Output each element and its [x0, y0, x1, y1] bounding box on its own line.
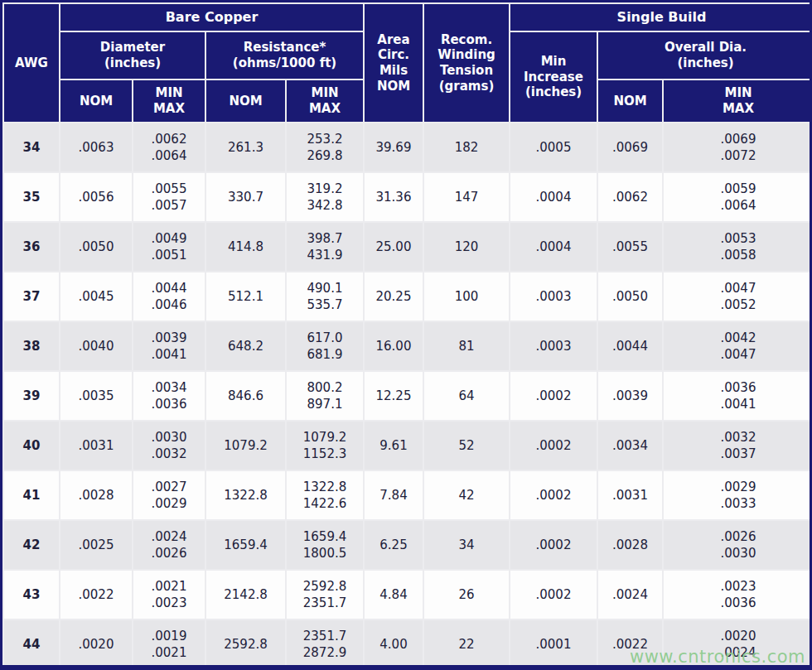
minmax-line: 800.2	[288, 379, 361, 396]
minmax-line: .0047	[665, 280, 811, 296]
minmax-line: 535.7	[288, 296, 361, 313]
dia-minmax-cell: .0030.0032	[133, 422, 205, 470]
awg-cell: 34	[4, 123, 59, 171]
dia-nom-cell: .0031	[60, 422, 132, 470]
area-cell: 9.61	[365, 422, 423, 470]
header-bare-copper: Bare Copper	[60, 4, 363, 31]
minmax-line: .0051	[135, 247, 203, 263]
minmax-line: .0064	[665, 197, 811, 214]
minmax-line: .0037	[665, 446, 811, 462]
tension-cell: 52	[424, 422, 509, 470]
awg-cell: 41	[4, 471, 59, 519]
dia-nom-cell: .0028	[60, 471, 132, 519]
minmax-line: .0030	[135, 429, 203, 446]
od-minmax-cell: .0026.0030	[664, 521, 812, 569]
tension-cell: 182	[424, 123, 509, 171]
min-increase-cell: .0002	[510, 422, 597, 470]
minmax-line: 2872.9	[288, 644, 361, 661]
wire-gauge-table: AWG Bare Copper Area Circ. Mils NOM Reco…	[0, 0, 812, 670]
awg-cell: 42	[4, 521, 59, 569]
od-nom-cell: .0039	[598, 372, 662, 420]
minmax-line: 253.2	[288, 131, 361, 147]
res-minmax-cell: 617.0681.9	[287, 322, 363, 370]
minmax-line: .0062	[135, 131, 203, 147]
dia-minmax-cell: .0049.0051	[133, 223, 205, 271]
min-increase-cell: .0004	[510, 173, 597, 221]
dia-minmax-cell: .0019.0021	[133, 620, 205, 668]
awg-cell: 39	[4, 372, 59, 420]
awg-cell: 35	[4, 173, 59, 221]
dia-nom-cell: .0020	[60, 620, 132, 668]
table-row: 41.0028.0027.00291322.81322.81422.67.844…	[4, 471, 812, 519]
minmax-line: .0057	[135, 197, 203, 214]
minmax-line: 1079.2	[288, 429, 361, 446]
header-overall-dia-minmax: MIN MAX	[664, 80, 812, 122]
header-area-circ-mils: Area Circ. Mils NOM	[365, 4, 423, 122]
od-minmax-cell: .0029.0033	[664, 471, 812, 519]
minmax-line: .0029	[135, 495, 203, 512]
res-minmax-cell: 1322.81422.6	[287, 471, 363, 519]
area-cell: 31.36	[365, 173, 423, 221]
minmax-line: 1422.6	[288, 495, 361, 512]
awg-cell: 36	[4, 223, 59, 271]
min-increase-cell: .0001	[510, 620, 597, 668]
dia-nom-cell: .0040	[60, 322, 132, 370]
dia-minmax-cell: .0034.0036	[133, 372, 205, 420]
od-nom-cell: .0024	[598, 571, 662, 619]
minmax-line: 342.8	[288, 197, 361, 214]
area-cell: 16.00	[365, 322, 423, 370]
minmax-line: .0020	[665, 628, 811, 644]
table-row: 40.0031.0030.00321079.21079.21152.39.615…	[4, 422, 812, 470]
header-resistance-nom: NOM	[206, 80, 285, 122]
od-nom-cell: .0044	[598, 322, 662, 370]
dia-minmax-cell: .0021.0023	[133, 571, 205, 619]
minmax-line: .0023	[665, 578, 811, 595]
res-nom-cell: 261.3	[206, 123, 285, 171]
dia-nom-cell: .0045	[60, 272, 132, 321]
min-increase-cell: .0004	[510, 223, 597, 271]
area-cell: 39.69	[365, 123, 423, 171]
res-minmax-cell: 800.2897.1	[287, 372, 363, 420]
dia-nom-cell: .0050	[60, 223, 132, 271]
res-minmax-cell: 1659.41800.5	[287, 521, 363, 569]
od-minmax-cell: .0042.0047	[664, 322, 812, 370]
od-minmax-cell: .0069.0072	[664, 123, 812, 171]
minmax-line: .0030	[665, 545, 811, 562]
tension-cell: 147	[424, 173, 509, 221]
header-min-increase: Min Increase (inches)	[510, 32, 597, 122]
minmax-line: .0023	[135, 595, 203, 611]
tension-cell: 81	[424, 322, 509, 370]
min-increase-cell: .0002	[510, 521, 597, 569]
res-nom-cell: 512.1	[206, 272, 285, 321]
area-cell: 4.00	[365, 620, 423, 668]
tension-cell: 42	[424, 471, 509, 519]
area-cell: 6.25	[365, 521, 423, 569]
tension-cell: 64	[424, 372, 509, 420]
od-nom-cell: .0031	[598, 471, 662, 519]
minmax-line: 2351.7	[288, 595, 361, 611]
od-nom-cell: .0069	[598, 123, 662, 171]
minmax-line: .0021	[135, 578, 203, 595]
res-nom-cell: 1079.2	[206, 422, 285, 470]
tension-cell: 100	[424, 272, 509, 321]
table-row: 43.0022.0021.00232142.82592.82351.74.842…	[4, 571, 812, 619]
header-overall-dia: Overall Dia. (inches)	[598, 32, 812, 79]
minmax-line: .0036	[665, 379, 811, 396]
res-nom-cell: 414.8	[206, 223, 285, 271]
header-diameter: Diameter (inches)	[60, 32, 205, 79]
minmax-line: .0036	[135, 396, 203, 412]
dia-minmax-cell: .0062.0064	[133, 123, 205, 171]
minmax-line: 1800.5	[288, 545, 361, 562]
minmax-line: .0047	[665, 346, 811, 363]
od-nom-cell: .0055	[598, 223, 662, 271]
minmax-line: 897.1	[288, 396, 361, 412]
header-overall-dia-nom: NOM	[598, 80, 662, 122]
min-increase-cell: .0003	[510, 272, 597, 321]
minmax-line: 398.7	[288, 230, 361, 247]
minmax-line: .0041	[665, 396, 811, 412]
res-minmax-cell: 2351.72872.9	[287, 620, 363, 668]
awg-cell: 40	[4, 422, 59, 470]
awg-cell: 44	[4, 620, 59, 668]
minmax-line: .0052	[665, 296, 811, 313]
table-header: AWG Bare Copper Area Circ. Mils NOM Reco…	[4, 4, 812, 122]
